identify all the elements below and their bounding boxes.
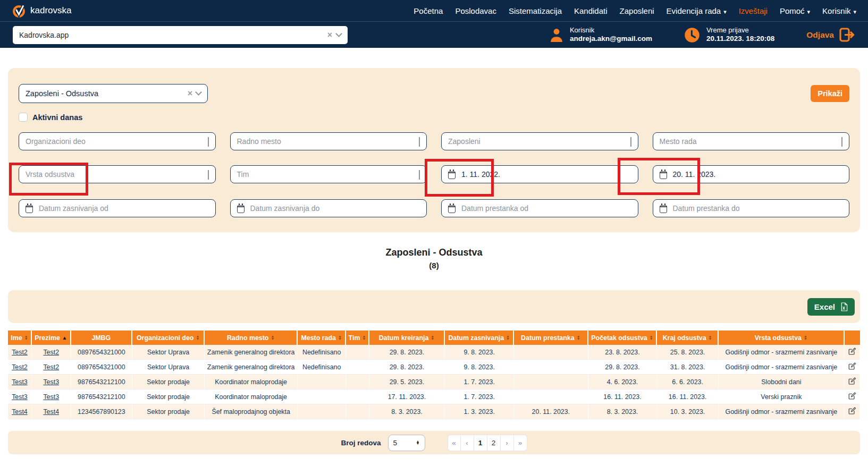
col-header-datum-zasnivanja[interactable]: Datum zasnivanja [445, 331, 514, 345]
col-header-datum-kreiranja[interactable]: Datum kreiranja [369, 331, 445, 345]
nav-evidencija-rada[interactable]: Evidencija rada [667, 6, 727, 15]
cell-mesto-rada: Nedefinisano [298, 345, 346, 360]
absence-type-select[interactable]: Vrsta odsustva [19, 165, 216, 183]
nav-poslodavac[interactable]: Poslodavac [455, 6, 496, 15]
edit-icon[interactable] [848, 362, 856, 370]
edit-icon[interactable] [848, 348, 856, 355]
last-name-link[interactable]: Test3 [43, 378, 59, 386]
calendar-icon [237, 205, 245, 213]
cell-tim [346, 360, 369, 375]
sort-icon [650, 335, 653, 340]
col-header-kraj-odsustva[interactable]: Kraj odsustva [657, 331, 718, 345]
absence-date-from-input[interactable]: 1. 11. 2022. [441, 165, 638, 183]
cell-radno-mesto: Zamenik generalnog direktora [205, 345, 298, 360]
edit-icon[interactable] [848, 407, 856, 414]
col-header-tim[interactable]: Tim [346, 331, 369, 345]
nav-sistematizacija[interactable]: Sistematizacija [509, 6, 562, 15]
first-name-link[interactable]: Test2 [12, 349, 28, 356]
user-email: andreja.akn@gmail.com [570, 35, 652, 44]
first-name-link[interactable]: Test4 [12, 408, 28, 416]
report-type-value: Zaposleni - Odsustva [26, 89, 98, 98]
col-header-mesto-rada[interactable]: Mesto rada [298, 331, 346, 345]
chevron-down-icon [208, 170, 209, 179]
col-header-prezime[interactable]: Prezime [32, 331, 71, 345]
page-1-button[interactable]: 1 [474, 435, 487, 451]
col-header-jmbg[interactable]: JMBG [71, 331, 132, 345]
absence-date-to-input[interactable]: 20. 11. 2023. [653, 165, 850, 183]
active-today-checkbox[interactable] [19, 113, 28, 122]
cell-tim [346, 345, 369, 360]
chevron-down-icon [419, 170, 420, 179]
col-header-ime[interactable]: Ime [8, 331, 32, 345]
last-name-link[interactable]: Test2 [43, 349, 59, 356]
col-header-vrsta-odsustva[interactable]: Vrsta odsustva [719, 331, 845, 345]
cell-organizacioni-deo: Sektor Uprava [132, 360, 205, 375]
sort-icon [804, 335, 807, 340]
nav-pomoc[interactable]: Pomoć [780, 6, 810, 15]
end-date-from-input[interactable]: Datum prestanka od [441, 199, 638, 217]
cell-vrsta-odsustva: Godišnji odmor - srazmerni zasnivanje [719, 404, 845, 419]
prev-page-button[interactable]: ‹ [461, 435, 474, 451]
logout-button[interactable]: Odjava [806, 28, 855, 42]
app-bar: Kadrovska.app × Korisnik andreja.akn@gma… [0, 21, 868, 48]
cell-datum-zasnivanja: 9. 8. 2023. [445, 345, 514, 360]
cell-datum-prestanka [514, 375, 588, 389]
start-date-to-input[interactable]: Datum zasnivanja do [230, 199, 427, 217]
edit-icon[interactable] [848, 377, 856, 385]
col-header-datum-prestanka[interactable]: Datum prestanka [514, 331, 588, 345]
start-date-to-placeholder: Datum zasnivanja do [250, 204, 320, 213]
table-row: Test4 Test4 1234567890123 Sektor prodaje… [8, 404, 860, 419]
page-2-button[interactable]: 2 [487, 435, 501, 451]
last-name-link[interactable]: Test3 [43, 393, 59, 401]
last-name-link[interactable]: Test4 [43, 408, 59, 416]
end-date-to-placeholder: Datum prestanka do [673, 204, 740, 213]
nav-izvestaji[interactable]: Izveštaji [739, 6, 768, 15]
job-title-select[interactable]: Radno mesto [230, 132, 427, 150]
start-date-from-input[interactable]: Datum zasnivanja od [19, 199, 216, 217]
table-row: Test2 Test2 0897654321000 Sektor Uprava … [8, 345, 860, 360]
table-header-row: Ime Prezime JMBG Organizacioni deo Radno… [8, 331, 860, 345]
active-today-label: Aktivni danas [32, 113, 82, 122]
first-name-link[interactable]: Test3 [12, 393, 28, 401]
appbar-right: Korisnik andreja.akn@gmail.com Vreme pri… [550, 26, 855, 44]
end-date-to-input[interactable]: Datum prestanka do [653, 199, 850, 217]
show-button[interactable]: Prikaži [811, 85, 849, 102]
chevron-down-icon [419, 137, 420, 146]
cell-tim [346, 375, 369, 389]
team-select[interactable]: Tim [230, 165, 427, 183]
calendar-icon [448, 205, 456, 213]
org-unit-select[interactable]: Organizacioni deo [19, 132, 216, 150]
clear-icon[interactable]: × [188, 89, 192, 98]
first-name-link[interactable]: Test2 [12, 363, 28, 371]
col-header-organizacioni-deo[interactable]: Organizacioni deo [132, 331, 205, 345]
results-title: Zaposleni - Odsustva [8, 247, 860, 258]
nav-kandidati[interactable]: Kandidati [574, 6, 608, 15]
work-location-select[interactable]: Mesto rada [653, 132, 850, 150]
nav-korisnik[interactable]: Korisnik [822, 6, 856, 15]
employee-select[interactable]: Zaposleni [441, 132, 638, 150]
absence-type-placeholder: Vrsta odsustva [26, 170, 74, 179]
excel-export-button[interactable]: Excel [807, 298, 855, 316]
last-name-link[interactable]: Test2 [43, 363, 59, 371]
first-page-button[interactable]: « [448, 435, 461, 451]
nav-pocetna[interactable]: Početna [414, 6, 443, 15]
spinner-icon [416, 440, 420, 445]
sort-icon [271, 335, 274, 340]
employee-placeholder: Zaposleni [448, 137, 481, 146]
col-header-radno-mesto[interactable]: Radno mesto [205, 331, 298, 345]
logout-icon [839, 28, 855, 42]
next-page-button[interactable]: › [501, 435, 514, 451]
results-header: Zaposleni - Odsustva (8) [8, 247, 860, 270]
col-header-pocetak-odsustva[interactable]: Početak odsustva [588, 331, 658, 345]
chevron-down-icon [208, 137, 209, 146]
nav-zaposleni[interactable]: Zaposleni [620, 6, 654, 15]
rows-per-page-select[interactable]: 5 [388, 435, 425, 451]
report-type-select[interactable]: Zaposleni - Odsustva × [19, 84, 208, 103]
brand[interactable]: kadrovska [12, 4, 71, 18]
last-page-button[interactable]: » [514, 435, 527, 451]
cell-kraj-odsustva: 10. 3. 2023. [657, 404, 718, 419]
edit-icon[interactable] [848, 392, 856, 400]
first-name-link[interactable]: Test3 [12, 378, 28, 386]
app-select[interactable]: Kadrovska.app × [13, 26, 348, 44]
clear-icon[interactable]: × [327, 31, 332, 39]
